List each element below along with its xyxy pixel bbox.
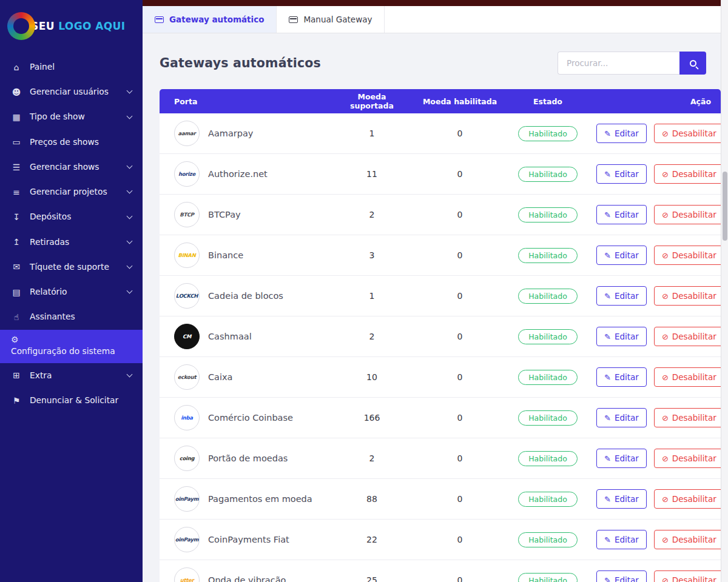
pencil-icon: ✎ — [604, 170, 611, 179]
disable-button[interactable]: ⊘Desabilitar — [654, 408, 721, 427]
disable-button[interactable]: ⊘Desabilitar — [654, 164, 721, 184]
disable-button[interactable]: ⊘Desabilitar — [654, 246, 721, 265]
no-entry-icon: ⊘ — [662, 495, 669, 504]
disable-button[interactable]: ⊘Desabilitar — [654, 367, 721, 387]
sidebar-item-gerenciar-shows[interactable]: ☰ Gerenciar shows — [0, 155, 143, 179]
supported-currency-count: 2 — [329, 453, 414, 463]
edit-button[interactable]: ✎Editar — [596, 489, 647, 509]
edit-button[interactable]: ✎Editar — [596, 246, 647, 265]
disable-button[interactable]: ⊘Desabilitar — [654, 570, 721, 582]
tab-manual-gateway[interactable]: Manual Gateway — [277, 6, 385, 33]
logo-text-secondary: LOGO AQUI — [58, 20, 125, 32]
search-button[interactable] — [679, 52, 706, 75]
column-header-estado: Estado — [505, 97, 590, 106]
actions-cell: ✎Editar ⊘Desabilitar — [590, 570, 721, 582]
home-icon: ⌂ — [11, 62, 22, 72]
edit-button[interactable]: ✎Editar — [596, 530, 647, 549]
table-row: eckout Caixa 10 0 Habilitado ✎Editar ⊘De… — [160, 357, 721, 398]
status-cell: Habilitado — [505, 289, 590, 304]
gateway-cell: oinPaym CoinPayments Fiat — [160, 527, 329, 552]
thumbs-up-icon: ☝ — [11, 312, 22, 322]
gateway-logo: aamar — [174, 121, 200, 146]
table-row: CM Cashmaal 2 0 Habilitado ✎Editar ⊘Desa… — [160, 316, 721, 357]
column-header-moeda-habilitada: Moeda habilitada — [414, 97, 505, 106]
table-row: LOCKCH Cadeia de blocos 1 0 Habilitado ✎… — [160, 276, 721, 316]
grid-plus-icon: ⊞ — [11, 370, 22, 380]
actions-cell: ✎Editar ⊘Desabilitar — [590, 286, 721, 306]
chevron-down-icon — [127, 188, 133, 194]
status-badge: Habilitado — [518, 410, 578, 426]
gateway-logo: coing — [174, 446, 200, 471]
search-input[interactable] — [558, 52, 679, 75]
gateway-logo: utter — [174, 567, 200, 582]
actions-cell: ✎Editar ⊘Desabilitar — [590, 408, 721, 427]
chevron-down-icon — [127, 238, 133, 244]
actions-cell: ✎Editar ⊘Desabilitar — [590, 489, 721, 509]
supported-currency-count: 22 — [329, 535, 414, 544]
price-tag-icon: ▭ — [11, 137, 22, 147]
logo[interactable]: SEU LOGO AQUI — [0, 0, 143, 55]
table-row: BTCP BTCPay 2 0 Habilitado ✎Editar ⊘Desa… — [160, 195, 721, 235]
sidebar-item-retiradas[interactable]: ↥ Retiradas — [0, 230, 143, 255]
supported-currency-count: 2 — [329, 332, 414, 341]
report-icon: ▤ — [11, 287, 22, 297]
edit-button[interactable]: ✎Editar — [596, 124, 647, 143]
edit-button[interactable]: ✎Editar — [596, 327, 647, 346]
actions-cell: ✎Editar ⊘Desabilitar — [590, 449, 721, 468]
page-header: Gateways automáticos — [160, 52, 721, 75]
supported-currency-count: 88 — [329, 494, 414, 504]
gateway-cell: BINAN Binance — [160, 242, 329, 268]
no-entry-icon: ⊘ — [662, 210, 669, 219]
no-entry-icon: ⊘ — [662, 373, 669, 382]
sidebar-item-tiquete-de-suporte[interactable]: ✉ Tíquete de suporte — [0, 255, 143, 279]
no-entry-icon: ⊘ — [662, 170, 669, 179]
disable-button[interactable]: ⊘Desabilitar — [654, 530, 721, 549]
sidebar-item-extra[interactable]: ⊞ Extra — [0, 363, 143, 388]
table-row: oinPaym Pagamentos em moeda 88 0 Habilit… — [160, 479, 721, 520]
gateway-cell: CM Cashmaal — [160, 324, 329, 349]
disable-button[interactable]: ⊘Desabilitar — [654, 327, 721, 346]
pencil-icon: ✎ — [604, 292, 611, 301]
sidebar-item-gerenciar-projetos[interactable]: ≡ Gerenciar projetos — [0, 179, 143, 204]
edit-button[interactable]: ✎Editar — [596, 164, 647, 184]
gateway-logo: horize — [174, 161, 200, 187]
disable-button[interactable]: ⊘Desabilitar — [654, 124, 721, 143]
disable-button[interactable]: ⊘Desabilitar — [654, 489, 721, 509]
column-header-porta: Porta — [160, 97, 329, 106]
actions-cell: ✎Editar ⊘Desabilitar — [590, 367, 721, 387]
disable-button[interactable]: ⊘Desabilitar — [654, 286, 721, 306]
gateway-cell: BTCP BTCPay — [160, 202, 329, 227]
tasks-icon: ≡ — [11, 187, 22, 197]
sidebar-item-depositos[interactable]: ↧ Depósitos — [0, 204, 143, 229]
status-badge: Habilitado — [518, 329, 578, 344]
pencil-icon: ✎ — [604, 576, 611, 582]
disable-button[interactable]: ⊘Desabilitar — [654, 205, 721, 224]
supported-currency-count: 10 — [329, 372, 414, 382]
sidebar-item-denunciar-solicitar[interactable]: ⚑ Denunciar & Solicitar — [0, 388, 143, 413]
sidebar-item-tipo-de-show[interactable]: ▦ Tipo de show — [0, 104, 143, 129]
scrollbar-thumb[interactable] — [723, 172, 727, 241]
chevron-down-icon — [127, 88, 133, 94]
vertical-scrollbar[interactable] — [721, 0, 728, 582]
disable-button[interactable]: ⊘Desabilitar — [654, 449, 721, 468]
sidebar-item-assinantes[interactable]: ☝ Assinantes — [0, 304, 143, 329]
sidebar-item-precos-de-shows[interactable]: ▭ Preços de shows — [0, 130, 143, 155]
sidebar-item-relatorio[interactable]: ▤ Relatório — [0, 279, 143, 304]
edit-button[interactable]: ✎Editar — [596, 570, 647, 582]
gear-icon: ⚙ — [11, 335, 22, 344]
edit-button[interactable]: ✎Editar — [596, 367, 647, 387]
status-badge: Habilitado — [518, 370, 578, 385]
edit-button[interactable]: ✎Editar — [596, 449, 647, 468]
gateway-name: Aamarpay — [208, 129, 253, 138]
edit-button[interactable]: ✎Editar — [596, 408, 647, 427]
grid-icon: ▦ — [11, 112, 22, 122]
edit-button[interactable]: ✎Editar — [596, 286, 647, 306]
sidebar-item-painel[interactable]: ⌂ Painel — [0, 55, 143, 79]
tab-gateway-automatico[interactable]: Gateway automático — [143, 6, 277, 33]
status-cell: Habilitado — [505, 329, 590, 344]
edit-button[interactable]: ✎Editar — [596, 205, 647, 224]
status-cell: Habilitado — [505, 167, 590, 182]
sidebar-item-gerenciar-usuarios[interactable]: ☻ Gerenciar usuários — [0, 79, 143, 104]
sidebar-item-configuracao-do-sistema[interactable]: ⚙ Configuração do sistema — [0, 330, 143, 363]
pencil-icon: ✎ — [604, 129, 611, 138]
